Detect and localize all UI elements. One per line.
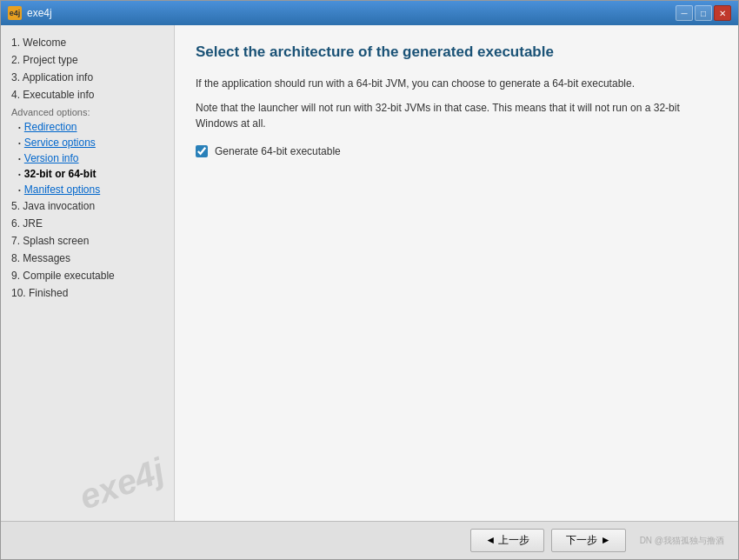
- sidebar-item-manifest-options[interactable]: • Manifest options: [1, 182, 174, 197]
- sidebar-item-redirection[interactable]: • Redirection: [1, 119, 174, 135]
- main-content: Select the architecture of the generated…: [175, 25, 738, 521]
- sidebar-item-jre[interactable]: 6. JRE: [1, 215, 174, 232]
- bullet-icon: •: [18, 139, 21, 147]
- description-2: Note that the launcher will not run with…: [196, 100, 717, 131]
- bullet-icon: •: [18, 155, 21, 163]
- footer: ◄ 上一步 下一步 ► DN @我猫孤独与撸酒: [1, 521, 738, 559]
- main-window: e4j exe4j ─ □ ✕ 1. Welcome 2. Project ty…: [0, 0, 739, 560]
- window-title: exe4j: [27, 7, 52, 19]
- content-area: 1. Welcome 2. Project type 3. Applicatio…: [1, 25, 738, 521]
- sidebar-item-service-options[interactable]: • Service options: [1, 135, 174, 150]
- sidebar-item-application-info[interactable]: 3. Application info: [1, 69, 174, 86]
- sidebar-item-finished[interactable]: 10. Finished: [1, 284, 174, 302]
- sidebar-item-java-invocation[interactable]: 5. Java invocation: [1, 197, 174, 215]
- advanced-options-label: Advanced options:: [1, 103, 174, 119]
- next-button[interactable]: 下一步 ►: [551, 529, 625, 552]
- sidebar-item-executable-info[interactable]: 4. Executable info: [1, 86, 174, 103]
- sidebar-item-compile-executable[interactable]: 9. Compile executable: [1, 267, 174, 284]
- generate-64bit-row: Generate 64-bit executable: [196, 145, 717, 157]
- sidebar: 1. Welcome 2. Project type 3. Applicatio…: [1, 25, 175, 521]
- close-button[interactable]: ✕: [714, 5, 731, 21]
- bullet-icon: •: [18, 170, 21, 178]
- main-panel: Select the architecture of the generated…: [175, 25, 738, 521]
- generate-64bit-label: Generate 64-bit executable: [215, 145, 341, 157]
- bullet-icon: •: [18, 186, 21, 194]
- generate-64bit-checkbox[interactable]: [196, 145, 208, 157]
- sidebar-item-project-type[interactable]: 2. Project type: [1, 51, 174, 69]
- minimize-button[interactable]: ─: [676, 5, 693, 21]
- maximize-button[interactable]: □: [695, 5, 712, 21]
- title-bar-controls: ─ □ ✕: [676, 5, 731, 21]
- app-icon: e4j: [8, 6, 22, 20]
- sidebar-item-welcome[interactable]: 1. Welcome: [1, 34, 174, 51]
- sidebar-item-version-info[interactable]: • Version info: [1, 150, 174, 166]
- sidebar-item-messages[interactable]: 8. Messages: [1, 250, 174, 267]
- title-bar: e4j exe4j ─ □ ✕: [1, 1, 738, 25]
- footer-watermark: DN @我猫孤独与撸酒: [640, 535, 724, 547]
- description-1: If the application should run with a 64-…: [196, 76, 717, 91]
- page-title: Select the architecture of the generated…: [196, 43, 717, 62]
- bullet-icon: •: [18, 123, 21, 131]
- sidebar-watermark: exe4j: [74, 450, 169, 517]
- sidebar-item-32bit-64bit[interactable]: • 32-bit or 64-bit: [1, 166, 174, 182]
- sidebar-item-splash-screen[interactable]: 7. Splash screen: [1, 232, 174, 250]
- title-bar-left: e4j exe4j: [8, 6, 52, 20]
- back-button[interactable]: ◄ 上一步: [470, 529, 544, 552]
